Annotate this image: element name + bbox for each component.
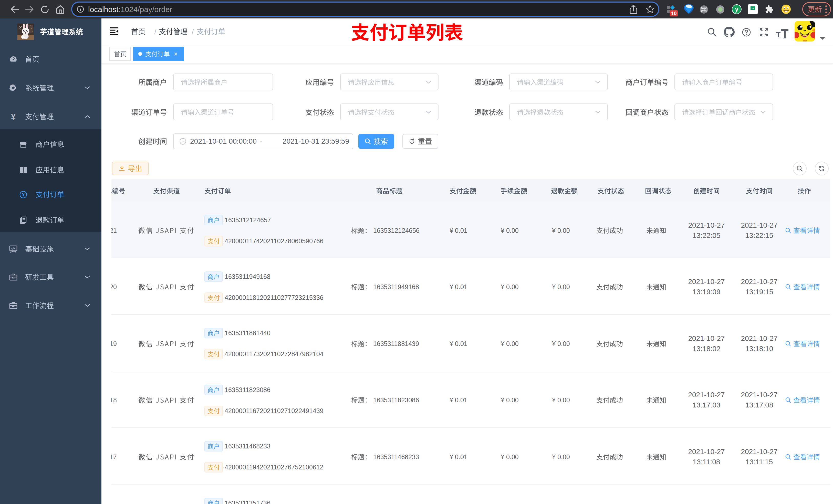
svg-text:¥: ¥ bbox=[22, 192, 25, 197]
svg-text:y: y bbox=[735, 6, 738, 13]
